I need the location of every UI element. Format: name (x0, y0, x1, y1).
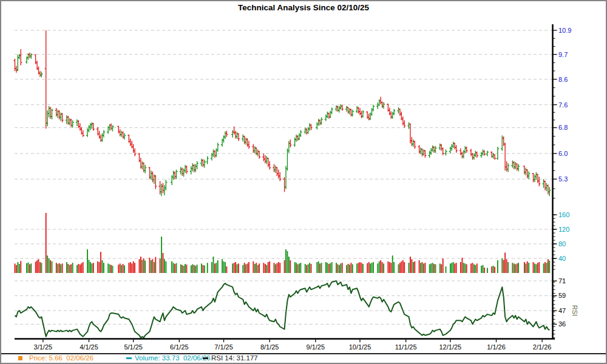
svg-text:6/1/25: 6/1/25 (170, 343, 189, 351)
volume-series (15, 213, 551, 273)
svg-text:80: 80 (558, 240, 566, 248)
svg-text:5.3: 5.3 (558, 175, 568, 183)
rsi-legend-icon (203, 357, 208, 359)
svg-text:71: 71 (558, 277, 566, 285)
svg-text:6.8: 6.8 (558, 124, 568, 131)
volume-legend-icon (126, 357, 132, 359)
svg-text:12/1/25: 12/1/25 (439, 343, 462, 351)
rsi-axis: 71594736RSI (553, 277, 579, 338)
svg-text:4/1/25: 4/1/25 (80, 343, 98, 351)
svg-text:10.9: 10.9 (558, 27, 571, 34)
svg-text:40: 40 (558, 255, 566, 262)
svg-text:47: 47 (558, 307, 566, 314)
svg-text:9.7: 9.7 (558, 51, 568, 58)
svg-text:9/1/25: 9/1/25 (307, 343, 325, 351)
gridlines (15, 30, 552, 324)
svg-text:160: 160 (558, 211, 569, 218)
svg-text:8.6: 8.6 (558, 76, 568, 83)
rsi-legend-label: RSI 14: 31.177 (211, 354, 258, 362)
ohlc-series (13, 30, 551, 196)
price-legend-icon (18, 356, 22, 360)
price-axis: 10.99.78.67.66.86.05.3 (553, 27, 572, 198)
svg-text:120: 120 (558, 226, 569, 233)
svg-text:36: 36 (558, 320, 566, 328)
svg-text:5/1/25: 5/1/25 (124, 343, 143, 351)
svg-text:6.0: 6.0 (558, 150, 568, 157)
svg-text:10/1/25: 10/1/25 (349, 343, 371, 351)
price-legend-label: Price: 5.66 02/06/26 (29, 354, 93, 362)
svg-text:1/1/26: 1/1/26 (487, 343, 506, 351)
svg-text:2/1/26: 2/1/26 (533, 343, 552, 351)
svg-text:3/1/25: 3/1/25 (34, 343, 53, 351)
x-axis: 3/1/254/1/255/1/256/1/257/1/258/1/259/1/… (34, 340, 552, 351)
svg-text:59: 59 (558, 292, 566, 299)
rsi-series (15, 281, 550, 338)
technical-analysis-chart: 10.99.78.67.66.86.05.3160120804071594736… (1, 1, 606, 363)
volume-legend-label: Volume: 33.73 02/06/26 (135, 354, 211, 362)
legend-bar: Price: 5.66 02/06/26 Volume: 33.73 02/06… (1, 354, 606, 363)
svg-text:8/1/25: 8/1/25 (260, 343, 279, 351)
chart-plot-area: 10.99.78.67.66.86.05.3160120804071594736… (1, 1, 606, 363)
svg-text:7.6: 7.6 (558, 101, 568, 109)
svg-text:7/1/25: 7/1/25 (214, 343, 233, 351)
volume-axis: 1601208040 (553, 211, 570, 269)
chart-window: Technical Analysis Since 02/10/25 10.99.… (0, 0, 607, 364)
svg-text:11/1/25: 11/1/25 (395, 343, 417, 351)
rsi-axis-title: RSI (571, 305, 578, 316)
